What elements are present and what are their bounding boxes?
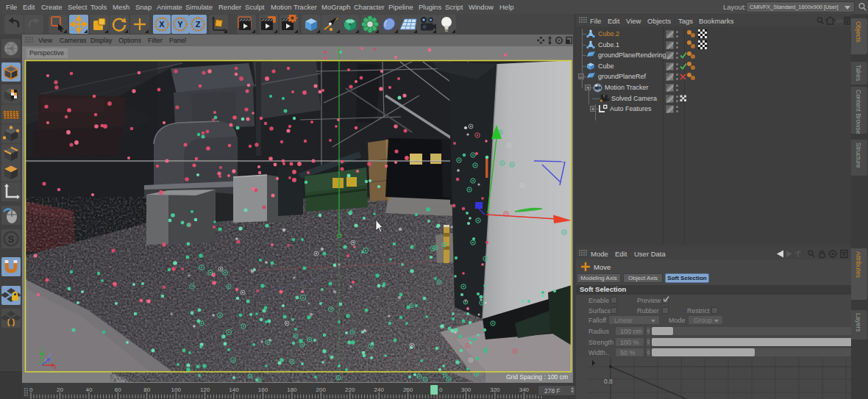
svg-text:0: 0 xyxy=(439,387,443,393)
svg-text:80: 80 xyxy=(143,387,150,393)
svg-text:0.8: 0.8 xyxy=(604,378,613,385)
svg-text:260: 260 xyxy=(403,387,413,393)
svg-text:180: 180 xyxy=(287,387,297,393)
svg-text:Y: Y xyxy=(40,346,43,351)
svg-text:200: 200 xyxy=(316,387,327,393)
svg-text:Y: Y xyxy=(177,20,183,29)
svg-text:240: 240 xyxy=(374,387,385,393)
svg-text:( ): ( ) xyxy=(7,317,15,326)
svg-text:100: 100 xyxy=(171,387,182,393)
svg-text:40: 40 xyxy=(85,387,92,393)
svg-text:60: 60 xyxy=(115,387,121,393)
svg-text:300: 300 xyxy=(461,387,472,393)
svg-text:Z: Z xyxy=(196,20,201,29)
svg-text:320: 320 xyxy=(490,387,500,393)
svg-text:0: 0 xyxy=(29,387,33,393)
svg-text:20: 20 xyxy=(57,387,63,393)
svg-text:340: 340 xyxy=(519,387,530,393)
svg-text:X: X xyxy=(54,365,57,370)
svg-text:X: X xyxy=(159,20,165,29)
svg-text:S: S xyxy=(8,234,15,245)
svg-text:160: 160 xyxy=(258,387,268,393)
svg-text:220: 220 xyxy=(345,387,355,393)
svg-text:Z: Z xyxy=(49,353,52,358)
svg-text:140: 140 xyxy=(229,387,239,393)
svg-text:120: 120 xyxy=(200,387,210,393)
